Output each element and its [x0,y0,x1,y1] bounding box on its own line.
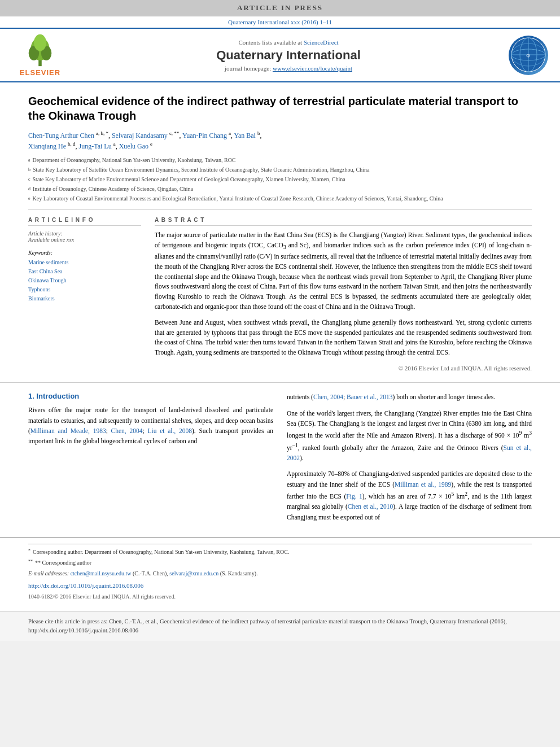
keyword-marine-sediments[interactable]: Marine sediments [28,258,141,267]
footnote-area: * Corresponding author. Department of Oc… [0,538,560,611]
ref-milliman1983[interactable]: Milliman and Meade, 1983 [30,427,106,434]
author-chen[interactable]: Chen-Tung Arthur Chen [28,132,94,139]
journal-ref-line: Quaternary International xxx (2016) 1–11 [0,16,560,28]
abstract-paragraph1: The major source of particulate matter i… [155,230,532,312]
doi-link[interactable]: http://dx.doi.org/10.1016/j.quaint.2016.… [28,582,143,589]
article-title: Geochemical evidence of the indirect pat… [28,94,532,123]
body-right-col: nutrients (Chen, 2004; Bauer et al., 201… [287,392,532,528]
affiliations: a Department of Oceanography, National S… [28,156,532,203]
globe-icon: QI [509,36,548,75]
homepage-label: journal homepage: [225,65,271,72]
author-chang[interactable]: Yuan-Pin Chang [182,132,227,139]
journal-logo-right: QI [506,36,551,75]
author-gao[interactable]: Xuelu Gao [119,142,148,150]
footnote-emails: E-mail addresses: ctchen@mail.nsysu.edu.… [28,569,532,578]
intro-para2: nutrients (Chen, 2004; Bauer et al., 201… [287,392,532,402]
email2-link[interactable]: selvaraj@xmu.edu.cn [169,570,218,576]
footnote-corresponding2: ** ** Corresponding author [28,558,532,567]
ref-bauer2013[interactable]: Bauer et al., 2013 [347,394,392,400]
body-left-col: 1. Introduction Rivers offer the major r… [28,392,273,528]
corresponding-author2-label: ** Corresponding author [35,558,91,567]
aip-banner-text: ARTICLE IN PRESS [237,3,323,12]
affil-d: d Institute of Oceanology, Chinese Acade… [28,185,532,193]
authors-line: Chen-Tung Arthur Chen a, b, *, Selvaraj … [28,130,532,151]
abstract-paragraph2: Between June and August, when southwest … [155,318,532,358]
author-gao-sup: e [150,141,152,147]
author-kandasamy-sup: c, ** [169,130,180,136]
svg-point-4 [34,34,46,51]
intro-para4: Approximately 70–80% of Changjiang-deriv… [287,469,532,522]
elsevier-brand-text: ELSEVIER [20,68,60,77]
ref-sun2002[interactable]: Sun et al., 2002 [287,444,532,461]
article-info-header: A R T I C L E I N F O [28,217,141,226]
sciencedirect-link[interactable]: ScienceDirect [304,39,339,46]
affil-a: a Department of Oceanography, National S… [28,156,532,164]
author-chen-sup: a, b, * [96,130,108,136]
author-he[interactable]: Xianqiang He [28,142,66,150]
ref-chen2004b[interactable]: Chen, 2004 [313,394,343,400]
elsevier-tree-icon [23,33,57,67]
body-content: 1. Introduction Rivers offer the major r… [0,383,560,538]
journal-header: ELSEVIER Contents lists available at Sci… [0,28,560,82]
intro-section-title: 1. Introduction [28,392,273,400]
intro-para1: Rivers offer the major route for the tra… [28,405,273,447]
email1-link[interactable]: ctchen@mail.nsysu.edu.tw [71,570,132,576]
footnote-corresponding1: * Corresponding author. Department of Oc… [28,548,532,556]
journal-ref-text: Quaternary International xxx (2016) 1–11 [228,19,332,25]
copyright-line: © 2016 Elsevier Ltd and INQUA. All right… [155,364,532,373]
svg-text:QI: QI [526,54,530,58]
keyword-okinawa-trough[interactable]: Okinawa Trough [28,276,141,285]
sciencedirect-line: Contents lists available at ScienceDirec… [78,39,499,46]
journal-title: Quaternary International [78,48,499,63]
keywords-section: Keywords: Marine sediments East China Se… [28,250,141,303]
homepage-line: journal homepage: www.elsevier.com/locat… [78,65,499,72]
keyword-typhoons[interactable]: Typhoons [28,285,141,294]
affil-b: b State Key Laboratory of Satellite Ocea… [28,165,532,174]
affil-c: c State Key Laboratory of Marine Environ… [28,175,532,184]
author-bai-sup: b [257,130,260,136]
intro-section-title-text: Introduction [36,392,79,400]
ref-milliman1989[interactable]: Milliman et al., 1989 [395,481,451,488]
keyword-east-china-sea[interactable]: East China Sea [28,267,141,276]
header-center: Contents lists available at ScienceDirec… [78,39,499,72]
keyword-biomarkers[interactable]: Biomarkers [28,294,141,303]
homepage-link[interactable]: www.elsevier.com/locate/quaint [273,65,352,72]
keywords-label: Keywords: [28,250,141,256]
intro-para3: One of the world's largest rivers, the C… [287,408,532,464]
article-history: Article history: Available online xxx [28,230,141,243]
abstract-header: A B S T R A C T [155,217,532,226]
sciencedirect-label: Contents lists available at [238,39,302,46]
author-bai[interactable]: Yan Bai [234,132,256,139]
aip-banner: ARTICLE IN PRESS [0,0,560,16]
ref-chen2004[interactable]: Chen, 2004 [111,427,143,434]
body-two-col: 1. Introduction Rivers offer the major r… [28,392,532,528]
ref-liu2008[interactable]: Liu et al., 2008 [147,427,192,434]
issn-line: 1040-6182/© 2016 Elsevier Ltd and INQUA.… [28,592,532,601]
article-info-abstract: A R T I C L E I N F O Article history: A… [28,209,532,373]
ref-chen2010[interactable]: Chen et al., 2010 [348,503,393,510]
article-info-column: A R T I C L E I N F O Article history: A… [28,217,141,373]
corresponding-author-label: Corresponding author. Department of Ocea… [33,548,289,556]
abstract-text: The major source of particulate matter i… [155,230,532,373]
author-lu-sup: a [113,141,116,147]
main-content: Geochemical evidence of the indirect pat… [0,82,560,383]
history-label: Article history: [28,230,141,237]
ref-fig1[interactable]: Fig. 1 [346,493,362,500]
abstract-section: A B S T R A C T The major source of part… [155,217,532,373]
author-chang-sup: a [229,130,231,136]
footer-citation-text: Please cite this article in press as: Ch… [28,618,507,634]
author-lu[interactable]: Jung-Tai Lu [78,142,111,150]
doi-line[interactable]: http://dx.doi.org/10.1016/j.quaint.2016.… [28,581,532,591]
affil-e: e Key Laboratory of Coastal Environmenta… [28,194,532,203]
elsevier-logo: ELSEVIER [9,33,71,77]
author-he-sup: b, d [68,141,76,147]
intro-section-number: 1. [28,392,34,400]
footer-citation: Please cite this article in press as: Ch… [0,611,560,641]
available-online: Available online xxx [28,237,141,243]
author-kandasamy[interactable]: Selvaraj Kandasamy [112,132,168,139]
